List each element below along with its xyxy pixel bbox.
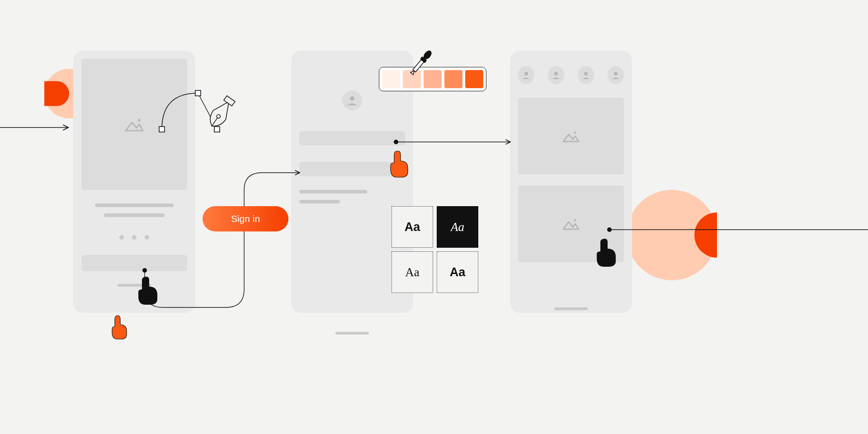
user-icon [611,70,621,80]
font-sample-bold[interactable]: Aa [437,251,478,293]
svg-point-1 [350,96,354,101]
swatch[interactable] [382,70,400,88]
user-icon [346,94,358,106]
swatch[interactable] [444,70,462,88]
avatar-row [518,66,624,84]
avatar-placeholder [608,66,624,84]
home-indicator [335,332,369,335]
text-line [299,200,340,203]
dot-icon [145,235,149,240]
text-line [95,203,174,207]
touch-pointer-orange-icon [108,313,130,340]
design-workflow-diagram: Sign in Aa Aa Aa Aa [0,0,868,434]
dot-icon [132,235,137,240]
pointer-black-icon [136,275,161,307]
font-sample-sans[interactable]: Aa [392,206,433,248]
page-indicator-dots [81,235,187,240]
user-icon [521,70,531,80]
font-selector[interactable]: Aa Aa Aa Aa [392,206,478,293]
input-field[interactable] [299,131,405,146]
svg-point-3 [554,72,558,75]
svg-point-6 [574,132,576,134]
user-icon [581,70,591,80]
svg-point-5 [614,72,618,75]
button-placeholder[interactable] [81,255,187,271]
swatch[interactable] [465,70,483,88]
text-line [104,213,165,217]
touch-pointer-orange-icon [388,149,411,178]
sign-in-button[interactable]: Sign in [203,206,288,231]
avatar-placeholder [342,90,362,110]
svg-point-7 [574,219,576,222]
pen-nib-icon [199,95,240,136]
mockup-right [510,51,632,313]
avatar-placeholder [578,66,594,84]
image-card [518,98,624,175]
user-icon [551,70,561,80]
avatar-placeholder [548,66,564,84]
avatar-placeholder [518,66,534,84]
svg-point-2 [524,72,528,75]
eyedropper-icon [405,47,437,79]
font-sample-serif[interactable]: Aa [392,251,433,293]
image-icon [561,128,581,144]
image-icon [123,115,146,133]
accent-sun-right-icon [627,190,717,280]
home-indicator [554,307,588,310]
font-sample-script-selected[interactable]: Aa [437,206,478,248]
image-icon [561,216,581,232]
dot-icon [119,235,124,240]
svg-point-0 [138,119,141,122]
text-line [299,190,367,193]
sign-in-label: Sign in [231,213,260,224]
svg-point-4 [584,72,588,75]
pointer-black-icon [594,237,619,269]
svg-rect-15 [159,127,165,132]
